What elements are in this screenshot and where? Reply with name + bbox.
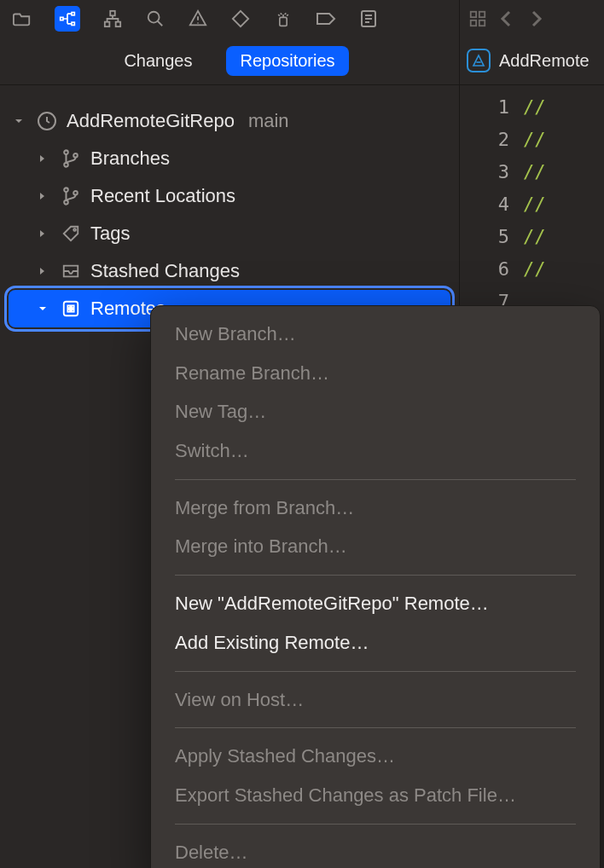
svg-point-20 xyxy=(73,229,76,231)
svg-rect-7 xyxy=(280,17,287,26)
chevron-right-icon xyxy=(38,153,51,164)
line-number: 6 xyxy=(460,258,523,280)
svg-point-16 xyxy=(73,153,78,158)
repo-name: AddRemoteGitRepo xyxy=(67,110,235,132)
svg-rect-10 xyxy=(479,12,485,17)
editor-nav xyxy=(460,0,604,38)
menu-switch: Switch… xyxy=(151,431,600,471)
line-code: // xyxy=(523,258,546,280)
repo-root[interactable]: AddRemoteGitRepo main xyxy=(0,102,459,140)
top-bar: Changes Repositories AddRemote xyxy=(0,0,604,85)
line-number: 3 xyxy=(460,161,523,182)
tab-changes[interactable]: Changes xyxy=(110,46,206,76)
svg-rect-3 xyxy=(110,11,115,16)
debug-spray-icon[interactable] xyxy=(273,9,293,29)
remote-icon xyxy=(60,298,82,320)
reports-icon[interactable] xyxy=(358,9,379,29)
menu-rename-branch: Rename Branch… xyxy=(151,354,600,393)
related-items-icon[interactable] xyxy=(468,9,491,28)
branch-icon xyxy=(60,185,82,207)
breakpoints-icon[interactable] xyxy=(316,9,336,29)
sidebar-item-recent[interactable]: Recent Locations xyxy=(0,177,459,215)
svg-rect-4 xyxy=(105,21,109,26)
svg-rect-2 xyxy=(72,22,74,25)
chevron-down-icon xyxy=(38,304,51,314)
menu-separator xyxy=(175,575,576,576)
branch-icon xyxy=(60,148,82,170)
svg-point-19 xyxy=(73,191,78,195)
sidebar-item-label: Branches xyxy=(90,148,170,170)
line-number: 4 xyxy=(460,194,523,215)
svg-rect-5 xyxy=(116,21,121,26)
chevron-right-icon xyxy=(38,191,51,201)
editor-line: 3// xyxy=(460,155,604,188)
svg-point-17 xyxy=(64,188,68,192)
sidebar-item-branches[interactable]: Branches xyxy=(0,140,459,177)
menu-new-tag: New Tag… xyxy=(151,392,600,431)
line-number: 5 xyxy=(460,226,523,247)
editor-line: 4// xyxy=(460,188,604,220)
sidebar-item-label: Tags xyxy=(90,223,130,245)
context-menu: New Branch… Rename Branch… New Tag… Swit… xyxy=(150,305,601,868)
tray-icon xyxy=(60,260,82,282)
svg-rect-0 xyxy=(61,17,63,20)
svg-rect-11 xyxy=(471,20,476,26)
source-control-tabs: Changes Repositories xyxy=(0,38,459,84)
editor-line: 5// xyxy=(460,220,604,252)
search-icon[interactable] xyxy=(145,9,166,29)
svg-rect-24 xyxy=(67,310,70,312)
line-code: // xyxy=(523,226,546,247)
sidebar-item-tags[interactable]: Tags xyxy=(0,215,459,252)
menu-separator xyxy=(175,671,576,672)
app-icon xyxy=(467,49,491,72)
chevron-right-icon xyxy=(38,266,51,276)
menu-delete: Delete… xyxy=(151,833,600,868)
breadcrumb-file: AddRemote xyxy=(499,51,589,71)
svg-rect-25 xyxy=(72,310,74,312)
menu-merge-into: Merge into Branch… xyxy=(151,527,600,566)
code-editor[interactable]: 1// 2// 3// 4// 5// 6// 7 xyxy=(459,85,604,327)
line-code: // xyxy=(523,96,546,118)
nav-back-button[interactable] xyxy=(499,9,521,28)
tests-icon[interactable] xyxy=(230,9,251,29)
tag-icon xyxy=(60,223,82,245)
menu-merge-from: Merge from Branch… xyxy=(151,489,600,528)
source-control-icon[interactable] xyxy=(55,6,80,32)
sidebar-item-label: Stashed Changes xyxy=(90,260,240,282)
line-code: // xyxy=(523,161,546,182)
svg-point-15 xyxy=(64,163,68,167)
menu-apply-stashed: Apply Stashed Changes… xyxy=(151,737,600,776)
svg-rect-12 xyxy=(479,20,485,26)
breadcrumb[interactable]: AddRemote xyxy=(460,38,604,84)
line-number: 2 xyxy=(460,129,523,150)
menu-separator xyxy=(175,824,576,825)
menu-add-existing-remote[interactable]: Add Existing Remote… xyxy=(151,623,600,663)
svg-point-18 xyxy=(64,200,68,205)
navigator-toolbar xyxy=(0,0,459,38)
editor-line: 6// xyxy=(460,252,604,285)
sidebar-item-stashed[interactable]: Stashed Changes xyxy=(0,252,459,290)
issues-icon[interactable] xyxy=(188,9,208,29)
editor-line: 1// xyxy=(460,90,604,123)
svg-point-6 xyxy=(148,12,160,23)
sidebar-item-label: Recent Locations xyxy=(90,185,235,207)
chevron-down-icon xyxy=(14,116,27,126)
svg-point-14 xyxy=(64,150,68,154)
line-code: // xyxy=(523,194,546,215)
menu-export-stashed: Export Stashed Changes as Patch File… xyxy=(151,776,600,815)
nav-forward-button[interactable] xyxy=(530,9,552,28)
menu-new-branch: New Branch… xyxy=(151,315,600,354)
repo-branch: main xyxy=(248,110,289,132)
menu-separator xyxy=(175,479,576,480)
chevron-right-icon xyxy=(38,229,51,239)
clock-icon xyxy=(36,110,58,132)
menu-new-remote[interactable]: New "AddRemoteGitRepo" Remote… xyxy=(151,584,600,623)
line-code: // xyxy=(523,129,546,150)
line-number: 1 xyxy=(460,96,523,118)
editor-line: 2// xyxy=(460,123,604,155)
tab-repositories[interactable]: Repositories xyxy=(226,46,348,76)
folder-icon[interactable] xyxy=(12,9,32,29)
svg-rect-22 xyxy=(67,305,70,308)
repositories-sidebar: AddRemoteGitRepo main Branches Recent Lo… xyxy=(0,85,459,327)
symbols-icon[interactable] xyxy=(102,9,123,29)
